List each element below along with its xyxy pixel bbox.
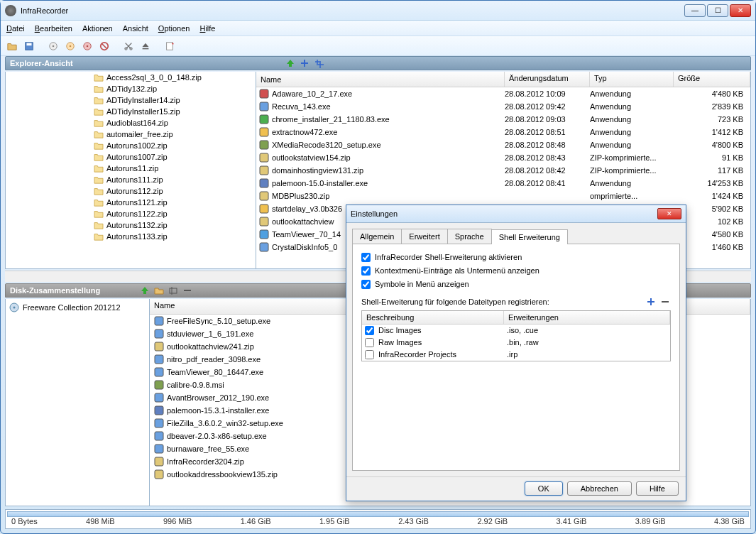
file-size: 4'800 KB — [674, 141, 750, 149]
disk-file-name: calibre-0.9.8.msi — [167, 381, 224, 389]
up-arrow-icon[interactable] — [285, 58, 296, 69]
rename-icon[interactable] — [168, 285, 179, 296]
tree-item[interactable]: Autoruns1122.zip — [6, 208, 256, 219]
col-date[interactable]: Änderungsdatum — [505, 72, 590, 87]
file-row[interactable]: extractnow472.exe28.08.2012 08:51Anwendu… — [256, 126, 750, 138]
toolbar — [1, 36, 755, 56]
disk-file-name: FileZilla_3.6.0.2_win32-setup.exe — [167, 419, 283, 427]
menu-actions[interactable]: Aktionen — [82, 24, 113, 33]
tree-item[interactable]: Autoruns1121.zip — [6, 197, 256, 208]
chk-icons[interactable] — [361, 280, 371, 289]
col-size[interactable]: Größe — [674, 72, 750, 87]
file-name: TeamViewer_70_14 — [272, 230, 341, 239]
menu-help[interactable]: Hilfe — [199, 24, 215, 33]
tree-item[interactable]: automailer_free.zip — [6, 129, 256, 140]
tree-item-label: Autoruns1133.zip — [106, 232, 168, 241]
menu-file[interactable]: Datei — [6, 24, 25, 33]
chk-activate-shell[interactable] — [361, 253, 371, 262]
ext-remove-icon[interactable] — [659, 296, 671, 307]
save-icon[interactable] — [22, 39, 36, 53]
menu-options[interactable]: Optionen — [158, 24, 190, 33]
tab-language[interactable]: Sprache — [447, 229, 492, 244]
dialog-close-button[interactable]: ✕ — [657, 208, 681, 219]
tree-item[interactable]: Autoruns111.zip — [6, 174, 256, 185]
disk-up-arrow-icon[interactable] — [139, 285, 150, 296]
disc3-icon[interactable] — [80, 39, 94, 53]
tree-item[interactable]: Autoruns1133.zip — [6, 231, 256, 242]
svg-rect-18 — [260, 141, 268, 149]
file-row[interactable]: XMediaRecode3120_setup.exe28.08.2012 08:… — [256, 138, 750, 151]
tree-item-label: Autoruns11.zip — [106, 164, 158, 173]
disk-file-name: AvantBrowser_2012_190.exe — [167, 393, 269, 402]
tab-shell[interactable]: Shell Erweiterung — [491, 229, 568, 244]
close-button[interactable]: ✕ — [730, 4, 751, 17]
new-folder-icon[interactable] — [153, 285, 165, 296]
open-icon[interactable] — [5, 39, 19, 53]
disk-file-name: nitro_pdf_reader_3098.exe — [167, 355, 261, 364]
cancel-button[interactable]: Abbrechen — [567, 481, 632, 496]
disk-root-item[interactable]: Freeware Collection 201212 — [6, 299, 149, 316]
file-row[interactable]: chrome_installer_21_1180.83.exe28.08.201… — [256, 113, 750, 126]
ext-row[interactable]: Disc Images.iso, .cue — [362, 325, 670, 337]
tab-advanced[interactable]: Erweitert — [401, 229, 447, 244]
tree-item[interactable]: Autoruns1132.zip — [6, 219, 256, 231]
eject-icon[interactable] — [138, 39, 153, 53]
ext-row-check[interactable] — [365, 338, 374, 347]
tree-item[interactable]: Access2sql_3_0_0_148.zip — [6, 72, 256, 83]
titlebar[interactable]: InfraRecorder — ☐ ✕ — [1, 1, 755, 21]
tab-general[interactable]: Allgemein — [352, 229, 402, 244]
chk-submenu[interactable] — [361, 266, 371, 276]
remove-icon[interactable] — [182, 285, 193, 296]
tree-item[interactable]: Autoruns1007.zip — [6, 151, 256, 163]
folder-tree[interactable]: Access2sql_3_0_0_148.zipADTidy132.zipADT… — [5, 72, 256, 269]
ext-table-header: Beschreibung Erweiterungen — [362, 311, 670, 325]
log-icon[interactable] — [163, 39, 177, 53]
minimize-button[interactable]: — — [684, 4, 706, 17]
disc4-icon[interactable] — [97, 39, 111, 53]
ext-col-ext[interactable]: Erweiterungen — [504, 311, 670, 324]
disc1-icon[interactable] — [46, 39, 60, 53]
disk-title: Disk-Zusammenstellung — [10, 286, 100, 295]
dialog-titlebar[interactable]: Einstellungen ✕ — [346, 205, 686, 223]
add-all-icon[interactable] — [313, 58, 324, 69]
help-button[interactable]: Hilfe — [636, 481, 679, 496]
tree-item[interactable]: ADTidy132.zip — [6, 83, 256, 94]
ruler-tick: 1.46 GiB — [241, 517, 271, 525]
maximize-button[interactable]: ☐ — [707, 4, 728, 17]
file-row[interactable]: Recuva_143.exe28.08.2012 09:42Anwendung2… — [256, 100, 750, 113]
ext-row[interactable]: Raw Images.bin, .raw — [362, 337, 670, 349]
ruler-tick: 2.92 GiB — [477, 517, 508, 525]
tree-item[interactable]: Audioblast164.zip — [6, 117, 256, 129]
file-list-header: Name Änderungsdatum Typ Größe — [256, 72, 750, 87]
tree-item[interactable]: ADTidyInstaller14.zip — [6, 94, 256, 106]
file-row[interactable]: palemoon-15.0-installer.exe28.08.2012 08… — [256, 177, 750, 190]
cut-icon[interactable] — [121, 39, 136, 53]
ext-row-check[interactable] — [365, 350, 374, 359]
ext-row-check[interactable] — [365, 326, 374, 335]
menu-edit[interactable]: Bearbeiten — [35, 24, 72, 33]
ext-row-ext: .bin, .raw — [507, 338, 667, 347]
file-row[interactable]: MDBPlus230.zipomprimierte...1'424 KB — [256, 190, 750, 202]
tree-item-label: Autoruns1002.zip — [106, 141, 168, 150]
ext-row[interactable]: InfraRecorder Projects.irp — [362, 349, 670, 361]
file-row[interactable]: Adaware_10_2_17.exe28.08.2012 10:09Anwen… — [256, 87, 750, 100]
ext-table-body[interactable]: Disc Images.iso, .cueRaw Images.bin, .ra… — [362, 325, 670, 361]
ruler-tick: 3.41 GiB — [557, 517, 587, 525]
ext-add-icon[interactable] — [645, 296, 657, 307]
ext-col-desc[interactable]: Beschreibung — [362, 311, 504, 324]
app-icon — [5, 5, 16, 16]
tree-item[interactable]: ADTidyInstaller15.zip — [6, 106, 256, 117]
tree-item[interactable]: Autoruns112.zip — [6, 185, 256, 197]
menu-view[interactable]: Ansicht — [123, 24, 148, 33]
tree-item[interactable]: Autoruns11.zip — [6, 163, 256, 174]
ruler-tick: 1.95 GiB — [319, 517, 350, 525]
file-row[interactable]: domainhostingview131.zip28.08.2012 08:42… — [256, 164, 750, 177]
tree-item[interactable]: Autoruns1002.zip — [6, 140, 256, 151]
disc2-icon[interactable] — [63, 39, 77, 53]
disk-tree[interactable]: Freeware Collection 201212 — [5, 299, 150, 506]
file-row[interactable]: outlookstatview154.zip28.08.2012 08:43ZI… — [256, 151, 750, 164]
add-icon[interactable] — [299, 58, 310, 69]
ok-button[interactable]: OK — [525, 481, 563, 496]
col-type[interactable]: Typ — [590, 72, 674, 87]
col-name[interactable]: Name — [256, 72, 505, 87]
